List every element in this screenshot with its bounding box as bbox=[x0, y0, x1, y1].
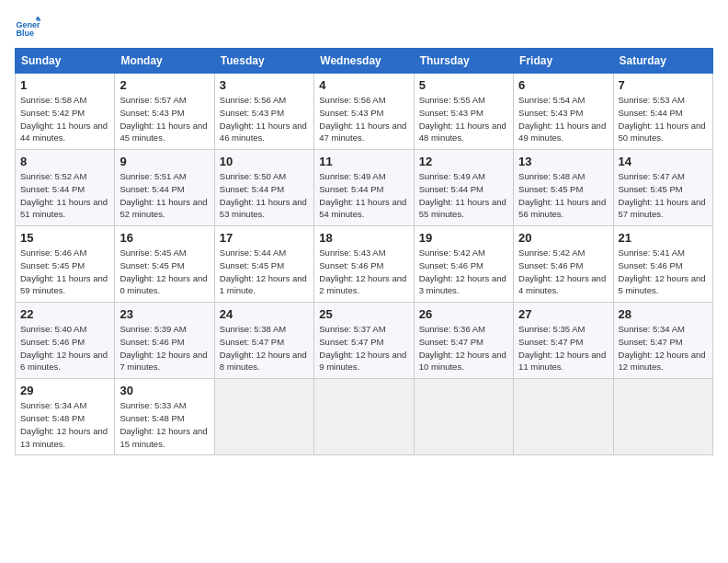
calendar-cell: 2 Sunrise: 5:57 AMSunset: 5:43 PMDayligh… bbox=[115, 74, 214, 150]
day-detail: Sunrise: 5:51 AMSunset: 5:44 PMDaylight:… bbox=[119, 171, 207, 219]
calendar-cell bbox=[314, 379, 414, 455]
calendar-cell: 12 Sunrise: 5:49 AMSunset: 5:44 PMDaylig… bbox=[414, 150, 513, 226]
weekday-header-friday: Friday bbox=[514, 49, 613, 74]
weekday-header-wednesday: Wednesday bbox=[314, 49, 414, 74]
day-number: 4 bbox=[319, 78, 408, 92]
weekday-header-monday: Monday bbox=[115, 49, 214, 74]
day-detail: Sunrise: 5:47 AMSunset: 5:45 PMDaylight:… bbox=[619, 171, 706, 219]
day-detail: Sunrise: 5:44 AMSunset: 5:45 PMDaylight:… bbox=[220, 247, 307, 295]
calendar-cell: 16 Sunrise: 5:45 AMSunset: 5:45 PMDaylig… bbox=[115, 226, 214, 303]
calendar-cell bbox=[414, 379, 513, 455]
day-number: 3 bbox=[220, 78, 309, 92]
weekday-header-tuesday: Tuesday bbox=[214, 49, 313, 74]
calendar-cell: 1 Sunrise: 5:58 AMSunset: 5:42 PMDayligh… bbox=[16, 74, 115, 150]
calendar-week-2: 8 Sunrise: 5:52 AMSunset: 5:44 PMDayligh… bbox=[16, 150, 713, 226]
weekday-header-saturday: Saturday bbox=[613, 49, 712, 74]
day-number: 14 bbox=[619, 155, 708, 168]
day-number: 25 bbox=[319, 307, 408, 321]
day-detail: Sunrise: 5:57 AMSunset: 5:43 PMDaylight:… bbox=[119, 95, 207, 143]
calendar-body: 1 Sunrise: 5:58 AMSunset: 5:42 PMDayligh… bbox=[16, 74, 713, 455]
svg-text:Blue: Blue bbox=[16, 29, 34, 38]
calendar-cell: 11 Sunrise: 5:49 AMSunset: 5:44 PMDaylig… bbox=[314, 150, 414, 226]
day-detail: Sunrise: 5:40 AMSunset: 5:46 PMDaylight:… bbox=[20, 324, 108, 372]
day-number: 5 bbox=[419, 78, 508, 92]
day-number: 18 bbox=[319, 231, 408, 245]
day-detail: Sunrise: 5:54 AMSunset: 5:43 PMDaylight:… bbox=[518, 95, 606, 143]
calendar-cell bbox=[613, 379, 712, 455]
calendar-cell: 17 Sunrise: 5:44 AMSunset: 5:45 PMDaylig… bbox=[214, 226, 313, 303]
day-detail: Sunrise: 5:56 AMSunset: 5:43 PMDaylight:… bbox=[220, 95, 307, 143]
day-number: 30 bbox=[119, 384, 209, 397]
day-number: 10 bbox=[220, 155, 309, 168]
day-number: 7 bbox=[619, 78, 708, 92]
day-detail: Sunrise: 5:42 AMSunset: 5:46 PMDaylight:… bbox=[518, 247, 606, 295]
day-number: 8 bbox=[20, 155, 109, 168]
calendar-cell: 15 Sunrise: 5:46 AMSunset: 5:45 PMDaylig… bbox=[16, 226, 115, 303]
page-header: General Blue bbox=[15, 15, 713, 40]
day-detail: Sunrise: 5:50 AMSunset: 5:44 PMDaylight:… bbox=[220, 171, 307, 219]
day-detail: Sunrise: 5:43 AMSunset: 5:46 PMDaylight:… bbox=[319, 247, 406, 295]
day-detail: Sunrise: 5:45 AMSunset: 5:45 PMDaylight:… bbox=[119, 247, 207, 295]
calendar-header: SundayMondayTuesdayWednesdayThursdayFrid… bbox=[16, 49, 713, 74]
calendar-cell: 6 Sunrise: 5:54 AMSunset: 5:43 PMDayligh… bbox=[514, 74, 613, 150]
calendar-cell: 7 Sunrise: 5:53 AMSunset: 5:44 PMDayligh… bbox=[613, 74, 712, 150]
calendar-cell bbox=[514, 379, 613, 455]
day-number: 28 bbox=[619, 307, 708, 321]
day-number: 27 bbox=[518, 307, 608, 321]
day-detail: Sunrise: 5:38 AMSunset: 5:47 PMDaylight:… bbox=[220, 324, 307, 372]
day-number: 2 bbox=[119, 78, 209, 92]
day-detail: Sunrise: 5:53 AMSunset: 5:44 PMDaylight:… bbox=[619, 95, 706, 143]
day-number: 16 bbox=[119, 231, 209, 245]
weekday-header-row: SundayMondayTuesdayWednesdayThursdayFrid… bbox=[16, 49, 713, 74]
day-detail: Sunrise: 5:41 AMSunset: 5:46 PMDaylight:… bbox=[619, 247, 706, 295]
day-detail: Sunrise: 5:55 AMSunset: 5:43 PMDaylight:… bbox=[419, 95, 506, 143]
calendar-cell: 9 Sunrise: 5:51 AMSunset: 5:44 PMDayligh… bbox=[115, 150, 214, 226]
calendar-cell: 19 Sunrise: 5:42 AMSunset: 5:46 PMDaylig… bbox=[414, 226, 513, 303]
day-number: 17 bbox=[220, 231, 309, 245]
calendar-cell bbox=[214, 379, 313, 455]
day-detail: Sunrise: 5:34 AMSunset: 5:47 PMDaylight:… bbox=[619, 324, 706, 372]
calendar-cell: 14 Sunrise: 5:47 AMSunset: 5:45 PMDaylig… bbox=[613, 150, 712, 226]
day-detail: Sunrise: 5:33 AMSunset: 5:48 PMDaylight:… bbox=[119, 400, 207, 448]
day-number: 29 bbox=[20, 384, 109, 397]
calendar-cell: 23 Sunrise: 5:39 AMSunset: 5:46 PMDaylig… bbox=[115, 303, 214, 379]
day-number: 11 bbox=[319, 155, 408, 168]
day-number: 21 bbox=[619, 231, 708, 245]
day-number: 19 bbox=[419, 231, 508, 245]
calendar-cell: 13 Sunrise: 5:48 AMSunset: 5:45 PMDaylig… bbox=[514, 150, 613, 226]
logo: General Blue bbox=[15, 15, 40, 40]
calendar-cell: 25 Sunrise: 5:37 AMSunset: 5:47 PMDaylig… bbox=[314, 303, 414, 379]
day-detail: Sunrise: 5:36 AMSunset: 5:47 PMDaylight:… bbox=[419, 324, 506, 372]
day-number: 9 bbox=[119, 155, 209, 168]
day-number: 22 bbox=[20, 307, 109, 321]
day-detail: Sunrise: 5:35 AMSunset: 5:47 PMDaylight:… bbox=[518, 324, 606, 372]
day-number: 23 bbox=[119, 307, 209, 321]
calendar-table: SundayMondayTuesdayWednesdayThursdayFrid… bbox=[15, 48, 713, 455]
calendar-week-4: 22 Sunrise: 5:40 AMSunset: 5:46 PMDaylig… bbox=[16, 303, 713, 379]
calendar-week-3: 15 Sunrise: 5:46 AMSunset: 5:45 PMDaylig… bbox=[16, 226, 713, 303]
day-detail: Sunrise: 5:49 AMSunset: 5:44 PMDaylight:… bbox=[419, 171, 506, 219]
calendar-cell: 29 Sunrise: 5:34 AMSunset: 5:48 PMDaylig… bbox=[16, 379, 115, 455]
day-detail: Sunrise: 5:46 AMSunset: 5:45 PMDaylight:… bbox=[20, 247, 108, 295]
calendar-cell: 18 Sunrise: 5:43 AMSunset: 5:46 PMDaylig… bbox=[314, 226, 414, 303]
day-detail: Sunrise: 5:34 AMSunset: 5:48 PMDaylight:… bbox=[20, 400, 108, 448]
calendar-cell: 24 Sunrise: 5:38 AMSunset: 5:47 PMDaylig… bbox=[214, 303, 313, 379]
day-detail: Sunrise: 5:49 AMSunset: 5:44 PMDaylight:… bbox=[319, 171, 406, 219]
day-number: 26 bbox=[419, 307, 508, 321]
day-detail: Sunrise: 5:58 AMSunset: 5:42 PMDaylight:… bbox=[20, 95, 108, 143]
day-detail: Sunrise: 5:37 AMSunset: 5:47 PMDaylight:… bbox=[319, 324, 406, 372]
day-detail: Sunrise: 5:48 AMSunset: 5:45 PMDaylight:… bbox=[518, 171, 606, 219]
calendar-cell: 30 Sunrise: 5:33 AMSunset: 5:48 PMDaylig… bbox=[115, 379, 214, 455]
calendar-cell: 3 Sunrise: 5:56 AMSunset: 5:43 PMDayligh… bbox=[214, 74, 313, 150]
day-detail: Sunrise: 5:56 AMSunset: 5:43 PMDaylight:… bbox=[319, 95, 406, 143]
day-detail: Sunrise: 5:39 AMSunset: 5:46 PMDaylight:… bbox=[119, 324, 207, 372]
calendar-cell: 22 Sunrise: 5:40 AMSunset: 5:46 PMDaylig… bbox=[16, 303, 115, 379]
day-number: 13 bbox=[518, 155, 608, 168]
calendar-cell: 4 Sunrise: 5:56 AMSunset: 5:43 PMDayligh… bbox=[314, 74, 414, 150]
calendar-cell: 20 Sunrise: 5:42 AMSunset: 5:46 PMDaylig… bbox=[514, 226, 613, 303]
day-number: 20 bbox=[518, 231, 608, 245]
calendar-cell: 27 Sunrise: 5:35 AMSunset: 5:47 PMDaylig… bbox=[514, 303, 613, 379]
calendar-cell: 21 Sunrise: 5:41 AMSunset: 5:46 PMDaylig… bbox=[613, 226, 712, 303]
day-detail: Sunrise: 5:42 AMSunset: 5:46 PMDaylight:… bbox=[419, 247, 506, 295]
calendar-cell: 10 Sunrise: 5:50 AMSunset: 5:44 PMDaylig… bbox=[214, 150, 313, 226]
